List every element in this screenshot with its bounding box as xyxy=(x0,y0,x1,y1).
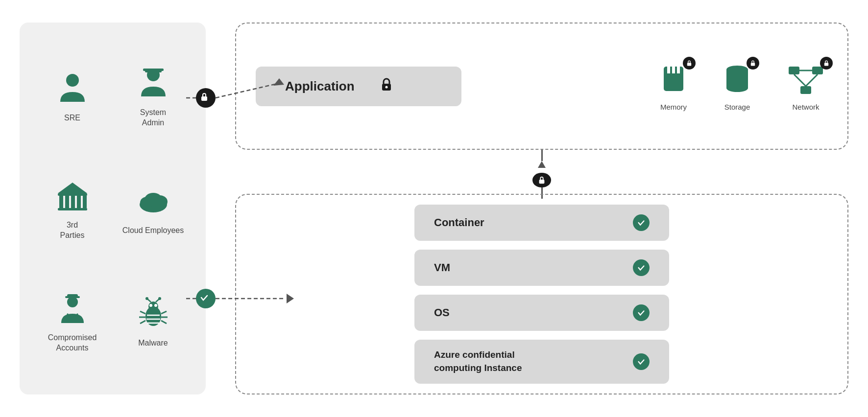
svg-rect-39 xyxy=(667,67,670,73)
svg-rect-42 xyxy=(687,63,691,66)
layer-os: OS xyxy=(414,295,669,331)
svg-rect-5 xyxy=(58,208,87,210)
svg-rect-50 xyxy=(751,63,755,66)
svg-rect-10 xyxy=(83,196,87,208)
application-label: Application xyxy=(285,79,355,94)
right-area: Application xyxy=(235,23,848,394)
svg-line-56 xyxy=(806,74,818,86)
svg-line-55 xyxy=(794,74,806,86)
memory-label: Memory xyxy=(660,103,687,111)
sre-label: SRE xyxy=(64,113,80,123)
svg-line-27 xyxy=(140,311,145,314)
svg-rect-41 xyxy=(677,67,680,73)
layer-container: Container xyxy=(414,205,669,241)
svg-rect-57 xyxy=(824,63,828,66)
svg-rect-9 xyxy=(77,196,81,208)
vertical-connector xyxy=(532,150,551,199)
svg-rect-18 xyxy=(67,294,78,297)
svg-rect-4 xyxy=(58,193,87,196)
svg-rect-40 xyxy=(672,67,675,73)
svg-line-32 xyxy=(161,321,167,324)
os-label: OS xyxy=(434,306,450,319)
svg-rect-3 xyxy=(143,69,164,71)
malware-icon xyxy=(134,294,173,333)
cloud-employees-label: Cloud Employees xyxy=(122,226,184,236)
svg-point-0 xyxy=(66,74,79,87)
svg-rect-51 xyxy=(789,67,799,74)
actor-sre: SRE xyxy=(34,42,110,150)
sysadmin-label: SystemAdmin xyxy=(140,108,166,128)
container-label: Container xyxy=(434,216,484,229)
svg-point-22 xyxy=(154,304,157,307)
svg-point-15 xyxy=(145,193,162,207)
bottom-dashed-box: Container VM OS xyxy=(235,194,848,394)
vertical-lock-badge xyxy=(532,173,551,187)
third-parties-label: 3rdParties xyxy=(60,220,85,241)
compromised-accounts-icon xyxy=(53,289,92,328)
svg-point-21 xyxy=(149,304,152,307)
svg-line-30 xyxy=(161,311,167,314)
network-lock-badge xyxy=(820,57,833,70)
svg-rect-58 xyxy=(539,180,545,184)
resource-network: Network xyxy=(784,62,828,111)
malware-label: Malware xyxy=(138,338,168,348)
layer-azure: Azure confidentialcomputing Instance xyxy=(414,340,669,383)
resources-group: Memory xyxy=(656,62,828,111)
svg-rect-53 xyxy=(800,86,811,94)
third-parties-icon xyxy=(53,176,92,215)
vm-check xyxy=(633,259,650,276)
storage-lock-badge xyxy=(747,57,759,70)
actor-third-parties: 3rdParties xyxy=(34,155,110,262)
svg-rect-6 xyxy=(59,196,63,208)
svg-point-25 xyxy=(145,297,148,300)
actor-cloud-employees: Cloud Employees xyxy=(115,155,191,262)
actor-compromised-accounts: CompromisedAccounts xyxy=(34,267,110,375)
sysadmin-icon xyxy=(134,64,173,103)
vm-label: VM xyxy=(434,261,450,274)
azure-label: Azure confidentialcomputing Instance xyxy=(434,348,522,374)
compromised-accounts-label: CompromisedAccounts xyxy=(48,333,97,353)
resource-memory: Memory xyxy=(656,62,691,111)
azure-check xyxy=(633,353,650,370)
resource-storage: Storage xyxy=(720,62,754,111)
application-lock-icon xyxy=(379,77,394,95)
svg-rect-8 xyxy=(71,196,75,208)
storage-label: Storage xyxy=(724,103,750,111)
svg-line-29 xyxy=(140,321,145,324)
sre-icon xyxy=(53,69,92,108)
actor-sysadmin: SystemAdmin xyxy=(115,42,191,150)
container-check xyxy=(633,214,650,231)
svg-point-26 xyxy=(158,297,161,300)
os-check xyxy=(633,304,650,321)
svg-point-16 xyxy=(67,297,78,307)
actors-panel: SRE SystemAdmin xyxy=(20,23,206,394)
top-dashed-box: Application xyxy=(235,23,848,150)
cloud-employees-icon xyxy=(134,182,173,221)
svg-marker-11 xyxy=(58,183,87,193)
network-label: Network xyxy=(792,103,819,111)
svg-point-37 xyxy=(385,86,387,88)
svg-point-49 xyxy=(726,84,748,92)
memory-lock-badge xyxy=(683,57,696,70)
actor-malware: Malware xyxy=(115,267,191,375)
layer-vm: VM xyxy=(414,250,669,286)
svg-rect-7 xyxy=(65,196,69,208)
application-bar: Application xyxy=(256,67,461,106)
